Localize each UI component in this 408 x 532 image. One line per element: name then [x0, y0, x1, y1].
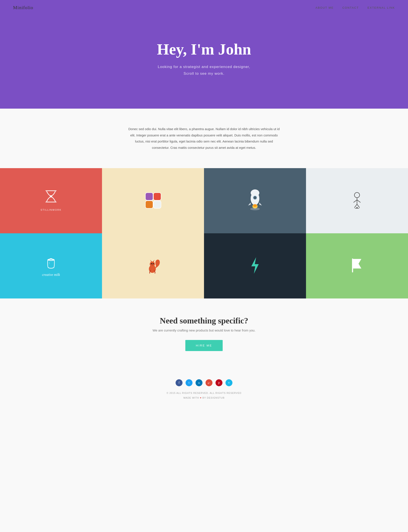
svg-line-21 — [354, 204, 357, 208]
pinterest-icon[interactable]: p — [215, 379, 222, 386]
cta-title: Need something specific? — [9, 316, 399, 325]
logo[interactable]: Minifolio — [13, 5, 33, 10]
navbar: Minifolio ABOUT ME CONTACT EXTERNAL LINK — [0, 0, 408, 15]
stillinwork-label: STILLINWORK — [41, 209, 62, 211]
nav-contact[interactable]: CONTACT — [342, 6, 359, 9]
svg-rect-2 — [153, 193, 161, 200]
person-icon — [350, 192, 364, 210]
portfolio-item-stillinwork[interactable]: STILLINWORK — [0, 168, 102, 233]
svg-marker-13 — [259, 202, 262, 206]
portfolio-item-rocket[interactable] — [204, 168, 306, 233]
portfolio-item-squirrel[interactable] — [102, 233, 204, 298]
hero-subtitle: Looking for a strategist and experienced… — [158, 64, 250, 77]
nav-about-me[interactable]: ABOUT ME — [315, 6, 334, 9]
svg-point-11 — [253, 196, 257, 200]
svg-line-22 — [357, 204, 360, 208]
squares-app-icon — [144, 192, 162, 210]
svg-point-30 — [151, 263, 152, 264]
svg-point-16 — [250, 208, 260, 210]
svg-point-15 — [253, 204, 257, 207]
svg-point-31 — [153, 263, 154, 264]
svg-line-20 — [357, 200, 360, 202]
hire-me-button[interactable]: HIRE ME — [185, 340, 222, 351]
heart-icon: ♥ — [200, 396, 203, 399]
svg-marker-12 — [248, 202, 251, 206]
vimeo-icon[interactable]: v — [225, 379, 232, 386]
nav-external-link[interactable]: EXTERNAL LINK — [367, 6, 395, 9]
portfolio-grid: STILLINWORK — [0, 168, 408, 298]
bolt-icon — [250, 257, 260, 275]
cta-section: Need something specific? We are currentl… — [0, 298, 408, 368]
portfolio-item-bolt[interactable] — [204, 233, 306, 298]
flag-icon — [349, 257, 365, 275]
nav-links: ABOUT ME CONTACT EXTERNAL LINK — [315, 6, 395, 9]
svg-point-32 — [152, 265, 153, 265]
portfolio-item-squares-app[interactable] — [102, 168, 204, 233]
twitter-icon[interactable]: t — [186, 379, 193, 386]
about-section: Donec sed odio dui. Nulla vitae elit lib… — [0, 109, 408, 168]
google-plus-icon[interactable]: g+ — [205, 379, 212, 386]
svg-point-27 — [150, 262, 155, 267]
facebook-icon[interactable]: f — [176, 379, 183, 386]
svg-point-0 — [50, 195, 52, 197]
about-text: Donec sed odio dui. Nulla vitae elit lib… — [128, 126, 280, 151]
linkedin-icon[interactable]: in — [196, 379, 203, 386]
svg-marker-33 — [251, 257, 259, 274]
hero-title: Hey, I'm John — [157, 40, 251, 58]
svg-point-10 — [251, 189, 259, 196]
rocket-icon — [246, 189, 264, 212]
portfolio-item-flag[interactable] — [306, 233, 408, 298]
svg-point-17 — [354, 192, 360, 198]
svg-marker-28 — [150, 260, 152, 262]
svg-rect-4 — [153, 201, 161, 208]
milk-icon — [43, 255, 59, 271]
creative-milk-label: creative milk — [42, 273, 60, 277]
portfolio-item-creative-milk[interactable]: creative milk — [0, 233, 102, 298]
svg-rect-34 — [352, 259, 353, 272]
hourglass-icon — [45, 190, 57, 206]
svg-marker-29 — [153, 260, 154, 262]
squirrel-icon — [145, 257, 161, 275]
cta-subtitle: We are currently crafting new products b… — [9, 328, 399, 332]
hero-section: Hey, I'm John Looking for a strategist a… — [0, 0, 408, 109]
footer: f t in g+ p v © 2015 ALL RIGHTS RESERVED… — [0, 368, 408, 409]
portfolio-item-person[interactable] — [306, 168, 408, 233]
svg-rect-1 — [145, 193, 153, 200]
social-icons: f t in g+ p v — [9, 379, 399, 386]
svg-rect-3 — [145, 201, 153, 208]
footer-copyright: © 2015 ALL RIGHTS RESERVED. ALL RIGHTS R… — [9, 391, 399, 400]
svg-line-19 — [354, 200, 357, 202]
